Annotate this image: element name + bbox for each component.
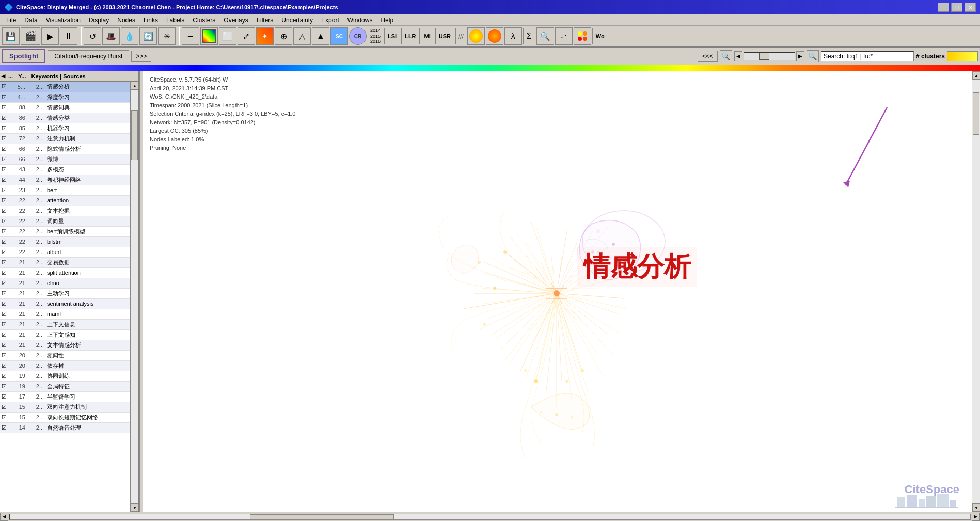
row-checkbox[interactable]: ☑ xyxy=(0,381,8,391)
table-row[interactable]: ☑ 14 2... 自然语音处理 xyxy=(0,422,130,433)
scroll-down-button[interactable]: ▼ xyxy=(131,503,138,512)
row-checkbox[interactable]: ☑ xyxy=(0,278,8,288)
minimize-button[interactable]: — xyxy=(938,3,949,12)
table-row[interactable]: ☑ 86 2... 情感分类 xyxy=(0,113,130,123)
menu-item-export[interactable]: Export xyxy=(317,15,343,25)
row-checkbox[interactable]: ☑ xyxy=(0,123,8,133)
table-row[interactable]: ☑ 22 2... 词向量 xyxy=(0,216,130,226)
menu-item-overlays[interactable]: Overlays xyxy=(219,15,252,25)
table-row[interactable]: ☑ 15 2... 双向长短期记忆网络 xyxy=(0,412,130,422)
row-checkbox[interactable]: ☑ xyxy=(0,82,8,92)
slider-right-button[interactable]: ▶ xyxy=(796,51,804,61)
row-checkbox[interactable]: ☑ xyxy=(0,257,8,267)
menu-item-windows[interactable]: Windows xyxy=(343,15,377,25)
menu-item-labels[interactable]: Labels xyxy=(162,15,188,25)
row-checkbox[interactable]: ☑ xyxy=(0,371,8,381)
menu-item-clusters[interactable]: Clusters xyxy=(188,15,219,25)
sc-button[interactable]: SC xyxy=(330,27,348,45)
table-row[interactable]: ☑ 22 2... bilstm xyxy=(0,236,130,247)
row-checkbox[interactable]: ☑ xyxy=(0,412,8,422)
row-checkbox[interactable]: ☑ xyxy=(0,175,8,185)
row-checkbox[interactable]: ☑ xyxy=(0,422,8,433)
panel-collapse-button[interactable]: ◀ xyxy=(1,73,5,80)
table-row[interactable]: ☑ 21 2... maml xyxy=(0,309,130,319)
scroll-thumb[interactable] xyxy=(131,110,138,160)
shuffle-button[interactable]: ⇌ xyxy=(555,27,573,45)
row-checkbox[interactable]: ☑ xyxy=(0,340,8,350)
table-row[interactable]: ☑ 21 2... 主动学习 xyxy=(0,288,130,298)
row-checkbox[interactable]: ☑ xyxy=(0,350,8,360)
zoom-out-button[interactable]: 🔍 xyxy=(807,50,819,62)
table-row[interactable]: ☑ 88 2... 情感词典 xyxy=(0,102,130,113)
right-scrollbar[interactable]: ▲ ▼ xyxy=(972,71,980,512)
row-checkbox[interactable]: ☑ xyxy=(0,319,8,329)
table-row[interactable]: ☑ 21 2... elmo xyxy=(0,278,130,288)
close-button[interactable]: ✕ xyxy=(965,3,976,12)
right-scroll-thumb[interactable] xyxy=(973,92,979,135)
right-scroll-down-button[interactable]: ▼ xyxy=(972,503,980,512)
hscroll-thumb[interactable] xyxy=(250,514,394,519)
table-row[interactable]: ☑ 43 2... 多模态 xyxy=(0,164,130,175)
triangle2-button[interactable]: ▲ xyxy=(312,27,329,45)
row-checkbox[interactable]: ☑ xyxy=(0,288,8,298)
table-row[interactable]: ☑ 21 2... split attention xyxy=(0,267,130,278)
row-checkbox[interactable]: ☑ xyxy=(0,164,8,175)
sigma-button[interactable]: Σ xyxy=(523,28,535,44)
table-row[interactable]: ☑ 21 2... 文本情感分析 xyxy=(0,340,130,350)
orange-circle-button[interactable] xyxy=(486,27,503,45)
menu-item-nodes[interactable]: Nodes xyxy=(113,15,139,25)
search-zoom-button[interactable]: 🔍 xyxy=(536,27,554,45)
row-checkbox[interactable]: ☑ xyxy=(0,154,8,164)
citation-burst-button[interactable]: Citation/Frequency Burst xyxy=(48,50,129,62)
star-button[interactable]: ✳ xyxy=(158,27,176,45)
mi-button[interactable]: MI xyxy=(421,28,434,44)
back-button[interactable]: <<< xyxy=(698,51,718,62)
table-row[interactable]: ☑ 20 2... 依存树 xyxy=(0,360,130,371)
dots-button[interactable] xyxy=(574,27,591,45)
triangle-button[interactable]: △ xyxy=(293,27,311,45)
row-checkbox[interactable]: ☑ xyxy=(0,247,8,257)
wo-button[interactable]: Wo xyxy=(592,28,608,44)
table-row[interactable]: ☑ 20 2... 频闻性 xyxy=(0,350,130,360)
slider-left-button[interactable]: ◀ xyxy=(734,51,742,61)
menu-item-links[interactable]: Links xyxy=(139,15,162,25)
row-checkbox[interactable]: ☑ xyxy=(0,236,8,247)
row-checkbox[interactable]: ☑ xyxy=(0,402,8,412)
table-row[interactable]: ☑ 21 2... 上下文信息 xyxy=(0,319,130,329)
row-checkbox[interactable]: ☑ xyxy=(0,360,8,371)
scroll-up-button[interactable]: ▲ xyxy=(131,82,138,90)
menu-item-data[interactable]: Data xyxy=(20,15,41,25)
starburst-button[interactable]: ✦ xyxy=(256,27,274,45)
table-row[interactable]: ☑ 22 2... albert xyxy=(0,247,130,257)
hscroll-right-button[interactable]: ▶ xyxy=(972,513,980,521)
table-row[interactable]: ☑ 22 2... bert预训练模型 xyxy=(0,226,130,236)
lambda-button[interactable]: λ xyxy=(504,27,522,45)
vertical-scrollbar[interactable]: ▲ ▼ xyxy=(130,82,138,512)
save-button[interactable]: 💾 xyxy=(2,27,20,45)
table-row[interactable]: ☑ 66 2... 微博 xyxy=(0,154,130,164)
search-input[interactable] xyxy=(821,51,914,61)
row-checkbox[interactable]: ☑ xyxy=(0,329,8,340)
menu-item-visualization[interactable]: Visualization xyxy=(42,15,85,25)
spotlight-button[interactable]: Spotlight xyxy=(2,49,45,63)
row-checkbox[interactable]: ☑ xyxy=(0,144,8,154)
slider-track[interactable] xyxy=(744,52,795,60)
table-row[interactable]: ☑ 21 2... 交易数据 xyxy=(0,257,130,267)
table-row[interactable]: ☑ 72 2... 注意力机制 xyxy=(0,133,130,144)
slash-button[interactable]: /// xyxy=(455,28,466,44)
hat-button[interactable]: 🎩 xyxy=(102,27,120,45)
table-row[interactable]: ☑ 44 2... 卷积神经网络 xyxy=(0,175,130,185)
llr-button[interactable]: LLR xyxy=(401,28,419,44)
row-checkbox[interactable]: ☑ xyxy=(0,267,8,278)
maximize-button[interactable]: □ xyxy=(951,3,962,12)
menu-item-uncertainty[interactable]: Uncertainty xyxy=(277,15,317,25)
pause-button[interactable]: ⏸ xyxy=(60,27,77,45)
table-row[interactable]: ☑ 66 2... 隐式情感分析 xyxy=(0,144,130,154)
menu-item-help[interactable]: Help xyxy=(376,15,398,25)
color-grid-button[interactable] xyxy=(200,27,218,45)
row-checkbox[interactable]: ☑ xyxy=(0,185,8,195)
zoom-in-button[interactable]: 🔍 xyxy=(720,50,732,62)
table-row[interactable]: ☑ 17 2... 半监督学习 xyxy=(0,391,130,402)
yellow-circle-button[interactable] xyxy=(467,27,485,45)
table-row[interactable]: ☑ 15 2... 双向注意力机制 xyxy=(0,402,130,412)
